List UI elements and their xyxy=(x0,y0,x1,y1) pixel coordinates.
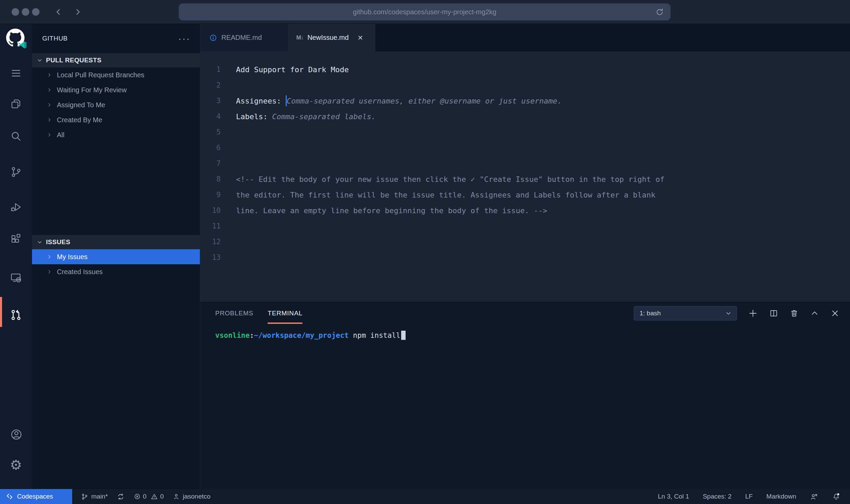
chevron-down-icon xyxy=(37,239,43,245)
sync-status[interactable] xyxy=(117,493,125,501)
close-icon xyxy=(830,309,840,318)
menu-button[interactable] xyxy=(10,67,22,79)
status-bar: Codespaces main* 0 0 jasonetco Ln 3, Col… xyxy=(0,489,850,504)
warning-count: 0 xyxy=(160,493,164,500)
github-pull-requests-button[interactable] xyxy=(10,309,22,321)
terminal-user: vsonline xyxy=(215,331,250,340)
feedback-icon xyxy=(810,492,818,501)
window-minimize-button[interactable] xyxy=(22,8,29,16)
trash-icon xyxy=(789,309,799,318)
search-icon xyxy=(10,130,22,142)
window-zoom-button[interactable] xyxy=(32,8,40,16)
kill-terminal-button[interactable] xyxy=(789,309,799,318)
labels-hint: Comma-separated labels. xyxy=(272,112,376,121)
tab-problems[interactable]: PROBLEMS xyxy=(215,303,253,324)
cursor-position-status[interactable]: Ln 3, Col 1 xyxy=(658,493,689,500)
files-icon xyxy=(10,98,22,110)
comment-line-2: the editor. The first line will be the i… xyxy=(236,191,656,199)
active-tab-underline xyxy=(268,322,302,324)
sidebar-item-my-issues[interactable]: My Issues xyxy=(32,249,200,264)
search-button[interactable] xyxy=(10,130,22,142)
chevron-right-icon xyxy=(47,72,52,78)
tab-newissue[interactable]: M↓ NewIssue.md ✕ xyxy=(287,24,375,51)
remote-explorer-icon xyxy=(10,271,22,284)
github-sidebar: GITHUB ··· PULL REQUESTS Local Pull Requ… xyxy=(32,24,200,489)
source-control-button[interactable] xyxy=(10,166,22,178)
language-mode-status[interactable]: Markdown xyxy=(766,493,796,500)
chevron-right-icon xyxy=(73,7,82,17)
info-icon xyxy=(209,34,217,42)
extensions-button[interactable] xyxy=(10,232,22,245)
browser-back-button[interactable] xyxy=(54,7,63,17)
browser-forward-button[interactable] xyxy=(73,7,82,17)
error-icon xyxy=(133,493,141,500)
settings-button[interactable]: ⚙ xyxy=(8,457,24,473)
editor-line: 4 Labels: Comma-separated labels. xyxy=(200,109,850,124)
more-actions-button[interactable]: ··· xyxy=(178,35,190,42)
reload-button[interactable] xyxy=(655,7,664,17)
branch-status[interactable]: main* xyxy=(81,493,108,500)
sync-icon xyxy=(117,493,125,501)
editor-line: 10 line. Leave an empty line before begi… xyxy=(200,203,850,218)
sidebar-title: GITHUB xyxy=(42,35,68,42)
window-close-button[interactable] xyxy=(12,8,19,16)
tab-terminal[interactable]: TERMINAL xyxy=(268,303,302,324)
remote-explorer-button[interactable] xyxy=(10,271,22,284)
git-branch-icon xyxy=(81,493,88,500)
section-issues[interactable]: ISSUES xyxy=(32,235,200,249)
github-codespaces-logo xyxy=(6,29,26,48)
account-button[interactable] xyxy=(10,428,22,440)
plus-icon xyxy=(748,308,758,318)
codespaces-window: github.com/codespaces/user-my-project-mg… xyxy=(0,0,850,504)
activity-bar: ⚙ xyxy=(0,24,32,489)
sidebar-item-assigned-to-me[interactable]: Assigned To Me xyxy=(32,97,200,112)
feedback-button[interactable] xyxy=(810,492,818,501)
remote-icon xyxy=(5,492,14,501)
split-terminal-button[interactable] xyxy=(769,309,778,318)
close-panel-button[interactable] xyxy=(830,309,840,318)
chevron-down-icon xyxy=(37,58,43,63)
sidebar-item-created-by-me[interactable]: Created By Me xyxy=(32,112,200,127)
maximize-panel-button[interactable] xyxy=(810,309,819,318)
labels-label: Labels: xyxy=(236,112,272,121)
editor-line: 8 <!-- Edit the body of your new issue t… xyxy=(200,171,850,187)
comment-line-3: line. Leave an empty line before beginni… xyxy=(236,206,547,215)
git-branch-icon xyxy=(10,166,22,178)
window-controls xyxy=(12,8,40,16)
browser-chrome: github.com/codespaces/user-my-project-mg… xyxy=(0,0,850,24)
github-user-status[interactable]: jasonetco xyxy=(173,493,210,500)
terminal-path: ~/workspace/my_project xyxy=(254,331,349,340)
editor-area[interactable]: 1 Add Support for Dark Mode 2 3 Assignee… xyxy=(200,51,850,302)
sidebar-item-waiting-for-my-review[interactable]: Waiting For My Review xyxy=(32,82,200,97)
reload-icon xyxy=(655,7,664,17)
sidebar-item-all[interactable]: All xyxy=(32,127,200,142)
markdown-icon: M↓ xyxy=(296,34,303,41)
vscode-icon xyxy=(18,40,27,50)
tab-readme[interactable]: README.md xyxy=(200,24,287,51)
chevron-up-icon xyxy=(810,309,819,318)
error-count: 0 xyxy=(143,493,147,500)
terminal-output[interactable]: vsonline:~/workspace/my_project npm inst… xyxy=(200,324,850,340)
editor-line: 3 Assignees: Comma-separated usernames, … xyxy=(200,93,850,109)
extensions-icon xyxy=(10,232,22,245)
remote-indicator[interactable]: Codespaces xyxy=(0,489,72,504)
address-bar[interactable]: github.com/codespaces/user-my-project-mg… xyxy=(179,3,671,20)
problems-status[interactable]: 0 0 xyxy=(133,493,164,500)
sidebar-item-local-pull-request-branches[interactable]: Local Pull Request Branches xyxy=(32,67,200,82)
terminal-shell-select[interactable]: 1: bash xyxy=(634,306,737,320)
new-terminal-button[interactable] xyxy=(748,308,758,318)
sidebar-item-created-issues[interactable]: Created Issues xyxy=(32,264,200,279)
indentation-status[interactable]: Spaces: 2 xyxy=(703,493,732,500)
close-tab-button[interactable]: ✕ xyxy=(358,34,363,42)
debug-icon xyxy=(10,201,22,213)
bottom-panel: PROBLEMS TERMINAL 1: bash xyxy=(200,302,850,489)
person-icon xyxy=(173,493,180,500)
eol-status[interactable]: LF xyxy=(745,493,753,500)
comment-line-1: <!-- Edit the body of your new issue the… xyxy=(236,175,664,184)
chevron-right-icon xyxy=(47,132,52,138)
notifications-button[interactable] xyxy=(832,492,840,501)
explorer-button[interactable] xyxy=(10,98,22,110)
run-debug-button[interactable] xyxy=(10,201,22,213)
chevron-right-icon xyxy=(47,102,52,108)
section-pull-requests[interactable]: PULL REQUESTS xyxy=(32,53,200,67)
